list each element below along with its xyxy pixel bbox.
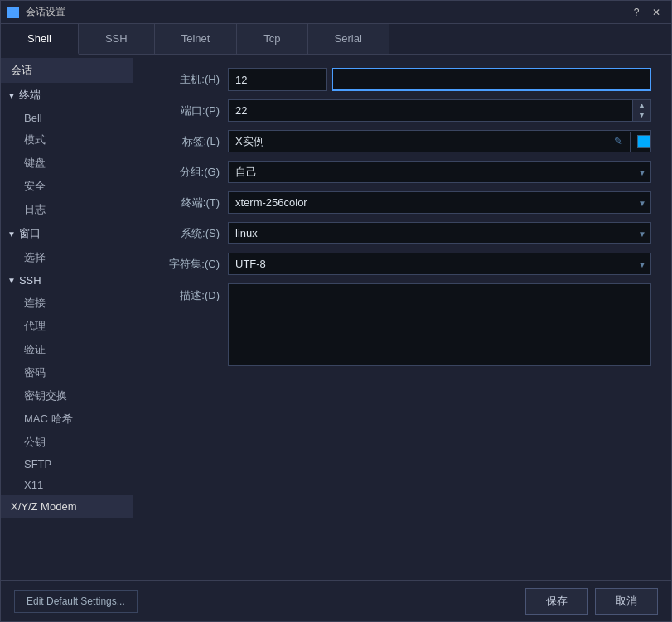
charset-label: 字符集:(C) — [153, 257, 228, 272]
sidebar-item-xyz[interactable]: X/Y/Z Modem — [1, 495, 133, 518]
cancel-button[interactable]: 取消 — [595, 588, 658, 615]
main-content: 会话 ▼ 终端 Bell 模式 键盘 安全 日志 ▼ 窗口 选择 ▼ SSH 连… — [1, 55, 671, 580]
sidebar-group-terminal[interactable]: ▼ 终端 — [1, 83, 133, 108]
group-control: 自己 ▼ — [228, 161, 651, 183]
form-area: 主机:(H) 端口:(P) ▲ ▼ — [133, 55, 671, 580]
sidebar-item-x11[interactable]: X11 — [1, 475, 133, 495]
desc-textarea[interactable] — [228, 283, 651, 366]
system-control: linux ▼ — [228, 222, 651, 244]
sidebar-item-connect[interactable]: 连接 — [1, 292, 133, 315]
label-color-box[interactable] — [637, 135, 650, 148]
sidebar-item-sftp[interactable]: SFTP — [1, 454, 133, 475]
port-control: ▲ ▼ — [228, 99, 651, 122]
sidebar-item-bell[interactable]: Bell — [1, 108, 133, 128]
main-window: 会话设置 ? ✕ Shell SSH Telnet Tcp Serial 会话 … — [0, 0, 672, 622]
tab-serial[interactable]: Serial — [308, 24, 389, 54]
sidebar-item-security[interactable]: 安全 — [1, 175, 133, 198]
charset-control: UTF-8 ▼ — [228, 253, 651, 275]
host-row: 主机:(H) — [153, 68, 651, 91]
port-label: 端口:(P) — [153, 104, 228, 118]
host-input-secondary[interactable] — [332, 68, 651, 91]
tag-control: ✎ — [228, 130, 651, 152]
desc-control — [228, 283, 651, 369]
save-button[interactable]: 保存 — [525, 588, 588, 615]
port-decrement-btn[interactable]: ▼ — [633, 111, 650, 122]
tab-ssh[interactable]: SSH — [79, 24, 155, 54]
desc-row: 描述:(D) — [153, 283, 651, 369]
group-row: 分组:(G) 自己 ▼ — [153, 161, 651, 183]
system-select[interactable]: linux — [228, 222, 651, 244]
host-input[interactable] — [228, 68, 327, 91]
sidebar-item-pubkey[interactable]: 公钥 — [1, 431, 133, 454]
port-row: 端口:(P) ▲ ▼ — [153, 99, 651, 122]
terminal-label: 终端:(T) — [153, 195, 228, 210]
sidebar-item-keyboard[interactable]: 键盘 — [1, 152, 133, 175]
tab-telnet[interactable]: Telnet — [155, 24, 238, 54]
window-icon — [7, 7, 19, 18]
port-increment-btn[interactable]: ▲ — [633, 100, 650, 111]
sidebar-item-select[interactable]: 选择 — [1, 246, 133, 269]
window-title: 会话设置 — [26, 5, 628, 19]
desc-label: 描述:(D) — [153, 283, 228, 303]
sidebar-item-session[interactable]: 会话 — [1, 58, 133, 83]
title-controls: ? ✕ — [628, 4, 665, 21]
sidebar-item-mode[interactable]: 模式 — [1, 128, 133, 152]
sidebar-item-mac[interactable]: MAC 哈希 — [1, 407, 133, 431]
terminal-select[interactable]: xterm-256color — [228, 191, 651, 214]
sidebar-item-auth[interactable]: 验证 — [1, 338, 133, 361]
sidebar-group-window[interactable]: ▼ 窗口 — [1, 221, 133, 246]
charset-select[interactable]: UTF-8 — [228, 253, 651, 275]
footer: Edit Default Settings... 保存 取消 — [1, 580, 671, 621]
port-input[interactable] — [228, 99, 633, 122]
edit-defaults-button[interactable]: Edit Default Settings... — [14, 590, 138, 613]
tab-bar: Shell SSH Telnet Tcp Serial — [1, 24, 671, 55]
host-label: 主机:(H) — [153, 72, 228, 87]
tag-label: 标签:(L) — [153, 134, 228, 149]
title-bar: 会话设置 ? ✕ — [1, 1, 671, 24]
close-button[interactable]: ✕ — [648, 4, 665, 21]
label-edit-icon[interactable]: ✎ — [611, 135, 626, 147]
group-label: 分组:(G) — [153, 165, 228, 180]
system-row: 系统:(S) linux ▼ — [153, 222, 651, 244]
sidebar-group-ssh[interactable]: ▼ SSH — [1, 269, 133, 292]
terminal-row: 终端:(T) xterm-256color ▼ — [153, 191, 651, 214]
sidebar-item-proxy[interactable]: 代理 — [1, 315, 133, 338]
tag-input[interactable] — [229, 131, 603, 152]
sidebar-item-kex[interactable]: 密钥交换 — [1, 384, 133, 407]
terminal-control: xterm-256color ▼ — [228, 191, 651, 214]
svg-rect-0 — [10, 9, 17, 16]
sidebar-item-password[interactable]: 密码 — [1, 361, 133, 384]
tab-shell[interactable]: Shell — [1, 24, 79, 55]
sidebar: 会话 ▼ 终端 Bell 模式 键盘 安全 日志 ▼ 窗口 选择 ▼ SSH 连… — [1, 55, 133, 580]
charset-row: 字符集:(C) UTF-8 ▼ — [153, 253, 651, 275]
window-arrow: ▼ — [7, 229, 16, 239]
host-control — [228, 68, 651, 91]
footer-left: Edit Default Settings... — [14, 590, 519, 613]
tab-tcp[interactable]: Tcp — [237, 24, 307, 54]
label-separator2 — [630, 132, 631, 152]
sidebar-item-log[interactable]: 日志 — [1, 198, 133, 221]
port-spinbox-btns: ▲ ▼ — [633, 99, 651, 122]
ssh-arrow: ▼ — [7, 276, 16, 285]
system-label: 系统:(S) — [153, 226, 228, 241]
group-select[interactable]: 自己 — [228, 161, 651, 183]
help-button[interactable]: ? — [628, 4, 645, 21]
label-separator — [607, 132, 607, 152]
terminal-arrow: ▼ — [7, 91, 16, 100]
tag-row: 标签:(L) ✎ — [153, 130, 651, 152]
